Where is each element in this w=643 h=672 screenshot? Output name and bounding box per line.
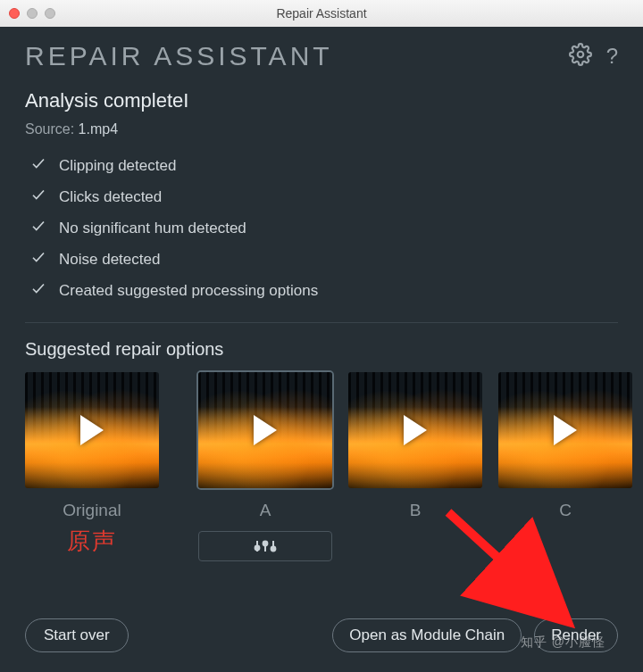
svg-point-4 [263,542,268,546]
mac-titlebar: Repair Assistant [0,0,643,27]
option-label: B [410,501,422,520]
option-thumb[interactable] [498,372,632,488]
source-value: 1.mp4 [79,121,118,137]
svg-point-2 [255,546,260,551]
original-thumb[interactable] [25,372,159,488]
check-icon [30,249,46,270]
svg-point-6 [271,547,276,552]
render-button[interactable]: Render [534,618,618,652]
settings-icon[interactable] [569,43,592,70]
play-icon [554,415,577,445]
option-c: C [498,372,632,520]
check-text: Clipping detected [59,157,176,175]
option-label: A [260,501,271,520]
option-b: B [348,372,482,520]
play-icon [254,415,277,445]
analysis-check-list: Clipping detectedClicks detectedNo signi… [25,150,618,306]
check-text: Created suggested processing options [59,282,318,300]
adjust-sliders-button[interactable] [198,531,332,561]
play-icon [80,415,104,445]
page-title: REPAIR ASSISTANT [25,41,333,71]
check-text: Noise detected [59,251,160,269]
check-item: No significant hum detected [25,212,618,244]
check-icon [30,218,46,238]
check-text: No significant hum detected [59,220,246,237]
svg-point-0 [577,52,583,58]
check-icon [30,155,46,176]
check-item: Created suggested processing options [25,275,618,306]
start-over-button[interactable]: Start over [25,618,129,652]
option-thumb[interactable] [198,372,332,488]
original-label: Original [63,501,121,520]
help-icon[interactable]: ? [606,44,618,69]
play-icon [404,415,427,445]
option-label: C [559,501,572,520]
check-item: Clipping detected [25,150,618,181]
check-text: Clicks detected [59,188,162,206]
window-title: Repair Assistant [0,6,643,21]
open-module-chain-button[interactable]: Open as Module Chain [332,618,522,652]
repair-assistant-window: Repair Assistant REPAIR ASSISTANT ? Anal… [0,0,643,672]
original-label-cn: 原声 [67,526,117,557]
check-item: Noise detected [25,244,618,275]
option-a: A [198,372,332,561]
analysis-complete-heading: Analysis completeI [25,89,618,112]
check-item: Clicks detected [25,181,618,212]
check-icon [30,187,46,207]
suggested-options-heading: Suggested repair options [25,339,618,360]
source-label: Source: [25,121,74,137]
check-icon [30,280,46,301]
divider [25,322,618,323]
source-line: Source: 1.mp4 [25,121,618,137]
option-thumb[interactable] [348,372,482,488]
option-original: Original 原声 [25,372,159,557]
